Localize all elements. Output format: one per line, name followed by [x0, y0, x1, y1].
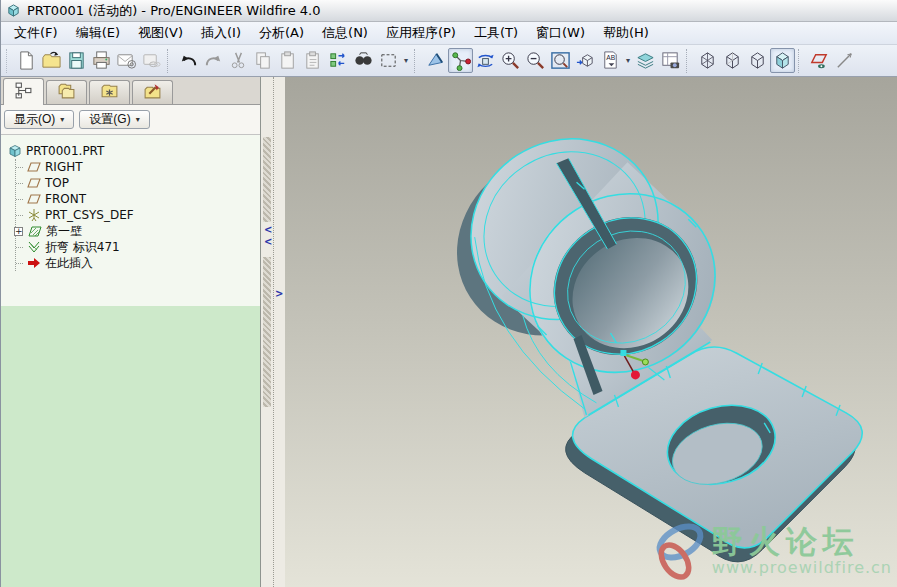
hidden-line-icon [722, 50, 743, 71]
csys-icon [27, 208, 41, 222]
navigator-panel: 显示(O) ▾ 设置(G) ▾ PRT0001.PRTRIGHTTOPFRONT… [1, 77, 261, 587]
tree-item-prt_csys_def[interactable]: PRT_CSYS_DEF [16, 207, 258, 223]
toolbar-separator [798, 49, 804, 73]
collapse-left-icon[interactable]: < [264, 225, 272, 235]
app-part-cube-icon [6, 3, 21, 18]
new-file-icon [16, 50, 37, 71]
reorient-button[interactable] [573, 48, 598, 73]
redo-icon [203, 50, 224, 71]
spin-center-button[interactable] [448, 48, 473, 73]
saved-views-dropdown-arrow[interactable]: ▾ [623, 56, 633, 65]
chevron-down-icon: ▾ [60, 115, 64, 124]
tree-item-node7[interactable]: 在此插入 [16, 255, 258, 271]
expand-plus-icon[interactable]: + [14, 227, 23, 236]
collapse-left-icon[interactable]: < [264, 237, 272, 247]
menu-item-2[interactable]: 视图(V) [129, 22, 192, 44]
menu-item-4[interactable]: 分析(A) [250, 22, 313, 44]
toolbar-grip [6, 49, 11, 73]
undo-icon [178, 50, 199, 71]
tree-children: RIGHTTOPFRONTPRT_CSYS_DEF+第一壁折弯 标识471在此插… [15, 159, 258, 271]
navigator-tab-connections[interactable] [132, 80, 173, 104]
watermark-url: www.proewildfire.cn [712, 558, 892, 577]
menu-item-3[interactable]: 插入(I) [192, 22, 250, 44]
tree-item-prt0001prt[interactable]: PRT0001.PRT [8, 143, 258, 159]
wireframe-button[interactable] [695, 48, 720, 73]
undo-button[interactable] [176, 48, 201, 73]
shaded-button[interactable] [770, 48, 795, 73]
menu-item-1[interactable]: 编辑(E) [67, 22, 129, 44]
tree-item-top[interactable]: TOP [16, 175, 258, 191]
title-bar[interactable]: PRT0001 (活动的) - Pro/ENGINEER Wildfire 4.… [1, 0, 897, 22]
zoom-in-button[interactable] [498, 48, 523, 73]
graphics-viewport[interactable]: 野火论坛 www.proewildfire.cn [285, 77, 897, 587]
paste-special-button [301, 48, 326, 73]
datum-axes-button[interactable] [832, 48, 857, 73]
saved-views-button[interactable]: AB [598, 48, 623, 73]
splitter-grip[interactable] [263, 137, 271, 222]
part-icon [8, 144, 22, 158]
favorites-icon [100, 81, 119, 104]
svg-text:AB: AB [606, 54, 615, 61]
display-dropdown-button[interactable]: 显示(O) ▾ [4, 110, 74, 129]
regenerate-button[interactable] [326, 48, 351, 73]
open-file-icon [41, 50, 62, 71]
no-hidden-button[interactable] [745, 48, 770, 73]
splitter-line [273, 77, 274, 587]
navigator-tab-folder-browser[interactable] [46, 80, 87, 104]
view-manager-button[interactable] [658, 48, 683, 73]
menu-item-9[interactable]: 帮助(H) [594, 22, 658, 44]
3d-model-sheetmetal-part[interactable] [285, 77, 897, 587]
open-file-button[interactable] [39, 48, 64, 73]
menu-item-7[interactable]: 工具(T) [465, 22, 527, 44]
new-file-button[interactable] [14, 48, 39, 73]
model-tree: PRT0001.PRTRIGHTTOPFRONTPRT_CSYS_DEF+第一壁… [1, 135, 260, 306]
tree-item-471[interactable]: 折弯 标识471 [16, 239, 258, 255]
hidden-line-button[interactable] [720, 48, 745, 73]
send-email-icon [116, 50, 137, 71]
find-button[interactable] [351, 48, 376, 73]
navigator-tabs [1, 77, 260, 105]
layers-button[interactable] [633, 48, 658, 73]
print-button[interactable] [89, 48, 114, 73]
datum-plane-icon [27, 176, 41, 190]
tree-item-label: PRT_CSYS_DEF [45, 208, 134, 222]
cut-icon [228, 50, 249, 71]
tree-item-label: FRONT [45, 192, 86, 206]
menu-item-8[interactable]: 窗口(W) [527, 22, 594, 44]
select-rect-dropdown-arrow[interactable]: ▾ [401, 56, 411, 65]
menu-item-6[interactable]: 应用程序(P) [377, 22, 465, 44]
navigator-tab-model-tree[interactable] [3, 78, 44, 105]
send-email-button[interactable] [114, 48, 139, 73]
tree-item-label: PRT0001.PRT [26, 144, 104, 158]
wall-icon [28, 224, 42, 238]
refit-icon [550, 50, 571, 71]
datum-axes-icon [834, 50, 855, 71]
settings-dropdown-button[interactable]: 设置(G) ▾ [79, 110, 149, 129]
save-button[interactable] [64, 48, 89, 73]
find-icon [353, 50, 374, 71]
navigator-tab-favorites[interactable] [89, 80, 130, 104]
orient-mode-icon [475, 50, 496, 71]
redo-button [201, 48, 226, 73]
main-toolbar: ▾AB▾ [1, 45, 897, 77]
tree-item-right[interactable]: RIGHT [16, 159, 258, 175]
tree-item-front[interactable]: FRONT [16, 191, 258, 207]
repaint-button[interactable] [423, 48, 448, 73]
tree-item-node5[interactable]: +第一壁 [16, 223, 258, 239]
menu-item-0[interactable]: 文件(F) [5, 22, 67, 44]
orient-mode-button[interactable] [473, 48, 498, 73]
saved-views-icon: AB [600, 50, 621, 71]
panel-splitter[interactable]: < < > [261, 77, 285, 587]
flame-loops-logo-icon [650, 521, 708, 581]
bend-icon [27, 240, 41, 254]
datum-planes-button[interactable] [807, 48, 832, 73]
splitter-grip[interactable] [263, 257, 271, 407]
settings-button-label: 设置(G) [89, 111, 130, 128]
refit-button[interactable] [548, 48, 573, 73]
menu-bar: 文件(F)编辑(E)视图(V)插入(I)分析(A)信息(N)应用程序(P)工具(… [1, 22, 897, 45]
expand-right-icon[interactable]: > [275, 289, 283, 299]
main-area: 显示(O) ▾ 设置(G) ▾ PRT0001.PRTRIGHTTOPFRONT… [1, 77, 897, 587]
select-rect-button[interactable] [376, 48, 401, 73]
zoom-out-button[interactable] [523, 48, 548, 73]
menu-item-5[interactable]: 信息(N) [313, 22, 377, 44]
